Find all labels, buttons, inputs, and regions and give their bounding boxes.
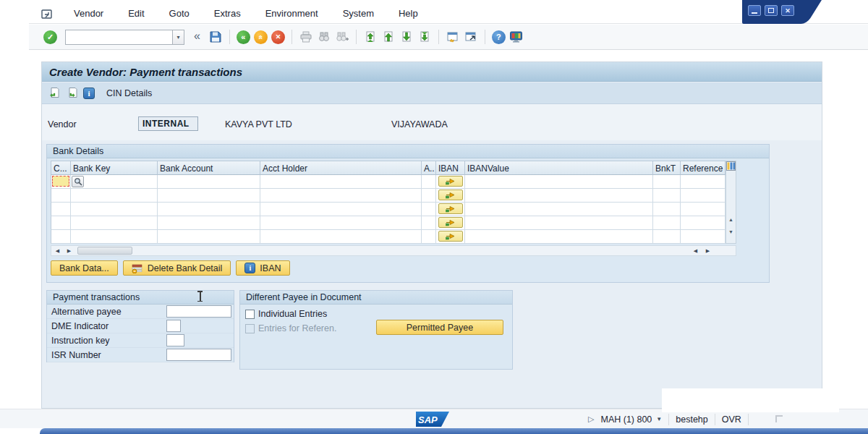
col-header-country[interactable]: C...: [51, 161, 71, 175]
previous-page-button[interactable]: [381, 30, 396, 44]
minimize-button[interactable]: [748, 5, 761, 16]
cell-ibanvalue[interactable]: [465, 203, 653, 216]
next-screen-button[interactable]: [65, 86, 80, 101]
scrollbar-thumb[interactable]: [77, 247, 132, 255]
delete-bank-detail-button[interactable]: Delete Bank Detail: [123, 260, 231, 276]
cell-bnkt[interactable]: [653, 175, 681, 189]
scroll-up-button[interactable]: ▲: [726, 214, 736, 225]
maximize-button[interactable]: [765, 5, 778, 16]
command-dropdown-button[interactable]: ▾: [172, 30, 184, 45]
cell-bank-account[interactable]: [158, 230, 260, 244]
cell-acct-holder[interactable]: [260, 203, 422, 216]
cell-iban[interactable]: [436, 175, 465, 189]
cell-country[interactable]: [51, 230, 71, 244]
menu-system[interactable]: System: [331, 8, 386, 19]
menu-vendor[interactable]: Vendor: [61, 8, 116, 19]
next-page-button[interactable]: [399, 30, 414, 44]
menu-goto[interactable]: Goto: [157, 8, 202, 19]
table-settings-button[interactable]: [726, 161, 736, 171]
cell-acct-holder[interactable]: [260, 189, 422, 203]
command-input[interactable]: [65, 30, 172, 45]
cell-ibanvalue[interactable]: [465, 230, 653, 244]
table-vertical-scrollbar[interactable]: ▲ ▼: [726, 161, 736, 244]
col-header-bank-account[interactable]: Bank Account: [158, 161, 260, 175]
col-header-ibanvalue[interactable]: IBANValue: [465, 161, 653, 175]
cell-iban[interactable]: [436, 203, 465, 216]
cell-bank-account[interactable]: [158, 189, 260, 203]
cell-bank-key[interactable]: [71, 189, 158, 203]
first-page-button[interactable]: [363, 30, 378, 44]
cell-bank-account[interactable]: [158, 216, 260, 230]
cell-bnkt[interactable]: [653, 189, 681, 203]
iban-create-button[interactable]: [438, 190, 463, 200]
dme-indicator-field[interactable]: [166, 320, 181, 332]
table-horizontal-scrollbar[interactable]: ◀ ▶ ◀ ▶: [51, 245, 736, 256]
close-button[interactable]: ✕: [781, 5, 794, 16]
cell-iban[interactable]: [436, 230, 465, 244]
info-button[interactable]: i: [83, 88, 95, 99]
col-header-iban[interactable]: IBAN: [436, 161, 465, 175]
collapse-command-icon[interactable]: «: [194, 30, 200, 43]
cell-ibanvalue[interactable]: [465, 216, 653, 230]
col-header-reference[interactable]: Reference: [681, 161, 726, 175]
cell-ibanvalue[interactable]: [465, 189, 653, 203]
find-next-button[interactable]: [335, 30, 349, 44]
cell-bank-key[interactable]: [71, 230, 158, 244]
customize-layout-button[interactable]: [509, 30, 524, 44]
iban-create-button[interactable]: [438, 217, 463, 228]
cell-bank-key[interactable]: [71, 175, 158, 189]
alternative-payee-field[interactable]: [166, 305, 231, 318]
cell-acct-holder[interactable]: [260, 216, 422, 230]
save-button[interactable]: [208, 30, 223, 44]
cell-bnkt[interactable]: [653, 230, 681, 244]
cell-reference[interactable]: [681, 230, 726, 244]
instruction-key-field[interactable]: [166, 334, 184, 346]
cell-country[interactable]: [51, 189, 71, 203]
cell-a[interactable]: [422, 175, 436, 189]
cell-country[interactable]: [51, 203, 71, 216]
iban-create-button[interactable]: [438, 176, 463, 187]
cell-a[interactable]: [422, 203, 436, 216]
scroll-right-button[interactable]: ▶: [702, 246, 713, 255]
menu-edit[interactable]: Edit: [116, 8, 156, 19]
scroll-right-button[interactable]: ▶: [64, 246, 75, 255]
cell-iban[interactable]: [436, 189, 465, 203]
help-button[interactable]: ?: [492, 30, 506, 44]
search-help-button[interactable]: [72, 176, 84, 187]
cell-reference[interactable]: [681, 189, 726, 203]
last-page-button[interactable]: [417, 30, 432, 44]
iban-button[interactable]: i IBAN: [236, 260, 289, 276]
permitted-payee-button[interactable]: Permitted Payee: [376, 320, 503, 335]
cell-bank-account[interactable]: [158, 203, 260, 216]
status-expand-icon[interactable]: ▷: [588, 414, 594, 424]
cell-acct-holder[interactable]: [260, 175, 422, 189]
menu-help[interactable]: Help: [386, 8, 430, 19]
individual-entries-checkbox[interactable]: [245, 310, 255, 319]
cell-bank-key[interactable]: [71, 203, 158, 216]
scroll-left-button[interactable]: ◀: [690, 246, 701, 255]
cell-country[interactable]: [51, 175, 71, 189]
cell-a[interactable]: [422, 189, 436, 203]
scroll-left-button[interactable]: ◀: [52, 246, 63, 255]
col-header-bnkt[interactable]: BnkT: [653, 161, 681, 175]
system-menu-icon[interactable]: [41, 8, 54, 20]
system-session-text[interactable]: MAH (1) 800: [600, 414, 652, 425]
cell-a[interactable]: [422, 230, 436, 244]
print-button[interactable]: [299, 30, 313, 44]
cell-bnkt[interactable]: [653, 216, 681, 230]
cell-country[interactable]: [51, 216, 71, 230]
cell-bnkt[interactable]: [653, 203, 681, 216]
find-button[interactable]: [317, 30, 331, 44]
enter-button[interactable]: ✓: [43, 30, 57, 44]
new-session-button[interactable]: [446, 30, 460, 44]
create-shortcut-button[interactable]: [464, 30, 478, 44]
cell-reference[interactable]: [681, 175, 726, 189]
cell-acct-holder[interactable]: [260, 230, 422, 244]
cell-bank-key[interactable]: [71, 216, 158, 230]
cell-a[interactable]: [422, 216, 436, 230]
menu-environment[interactable]: Environment: [253, 8, 331, 19]
back-button[interactable]: «: [237, 30, 250, 44]
cell-bank-account[interactable]: [158, 175, 260, 189]
menu-extras[interactable]: Extras: [202, 8, 253, 19]
cell-ibanvalue[interactable]: [465, 175, 653, 189]
